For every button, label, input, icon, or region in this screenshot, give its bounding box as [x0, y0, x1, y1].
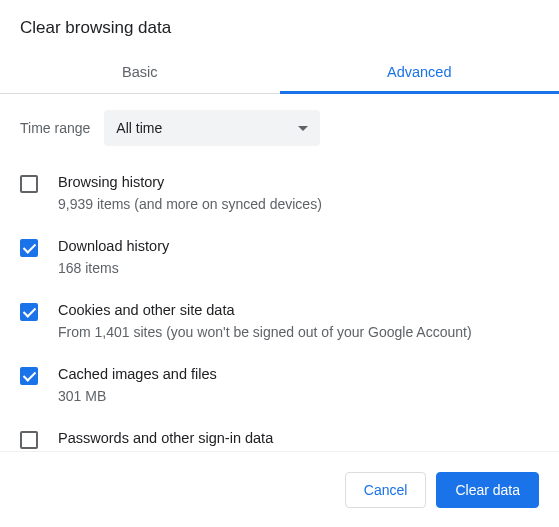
item-sub: 168 items: [58, 258, 533, 278]
chevron-down-icon: [298, 126, 308, 131]
item-title: Passwords and other sign-in data: [58, 428, 533, 448]
time-range-row: Time range All time: [0, 94, 553, 156]
dialog-title: Clear browsing data: [0, 0, 559, 52]
item-text: Browsing history 9,939 items (and more o…: [58, 172, 533, 214]
time-range-label: Time range: [20, 120, 90, 136]
options-list: Browsing history 9,939 items (and more o…: [0, 156, 553, 454]
content-area: Time range All time Browsing history 9,9…: [0, 94, 559, 454]
checkbox-cached-images[interactable]: [20, 367, 38, 385]
item-title: Browsing history: [58, 172, 533, 192]
list-item: Cookies and other site data From 1,401 s…: [20, 288, 533, 352]
item-sub: 301 MB: [58, 386, 533, 406]
list-item: Download history 168 items: [20, 224, 533, 288]
checkbox-cookies[interactable]: [20, 303, 38, 321]
item-sub: From 1,401 sites (you won't be signed ou…: [58, 322, 533, 342]
time-range-select[interactable]: All time: [104, 110, 320, 146]
item-text: Cookies and other site data From 1,401 s…: [58, 300, 533, 342]
tab-basic[interactable]: Basic: [0, 52, 280, 93]
checkbox-passwords[interactable]: [20, 431, 38, 449]
checkbox-download-history[interactable]: [20, 239, 38, 257]
item-sub: 9,939 items (and more on synced devices): [58, 194, 533, 214]
list-item: Cached images and files 301 MB: [20, 352, 533, 416]
clear-data-button[interactable]: Clear data: [436, 472, 539, 508]
item-title: Cookies and other site data: [58, 300, 533, 320]
tabs: Basic Advanced: [0, 52, 559, 94]
checkbox-browsing-history[interactable]: [20, 175, 38, 193]
dialog-footer: Cancel Clear data: [0, 451, 559, 527]
list-item: Browsing history 9,939 items (and more o…: [20, 160, 533, 224]
cancel-button[interactable]: Cancel: [345, 472, 427, 508]
item-title: Download history: [58, 236, 533, 256]
tab-advanced[interactable]: Advanced: [280, 52, 560, 93]
item-title: Cached images and files: [58, 364, 533, 384]
list-item: Passwords and other sign-in data 17 pass…: [20, 416, 533, 454]
item-text: Download history 168 items: [58, 236, 533, 278]
item-text: Cached images and files 301 MB: [58, 364, 533, 406]
time-range-value: All time: [116, 120, 162, 136]
